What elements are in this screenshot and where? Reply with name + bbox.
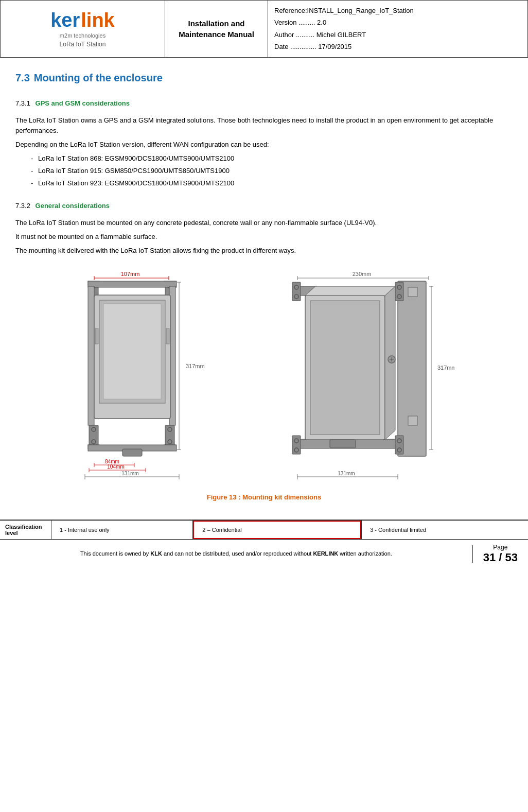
svg-rect-78 <box>330 440 356 448</box>
sub2-para2: It must not be mounted on a flammable su… <box>15 232 513 243</box>
subsection-7-3-2-title: 7.3.2 General considerations <box>15 202 513 210</box>
svg-text:317mm: 317mm <box>186 363 205 369</box>
svg-rect-51 <box>408 287 417 297</box>
footer-classification-row: Classification level 1 - Internal use on… <box>0 521 528 540</box>
sub2-para3: The mounting kit delivered with the LoRa… <box>15 246 513 256</box>
subsection-7-3-1-label: GPS and GSM considerations <box>36 99 130 107</box>
logo-m2m-text: m2m technologies <box>60 32 105 39</box>
classification-3: 3 - Confidential limited <box>361 521 528 539</box>
bullet-868: LoRa IoT Station 868: EGSM900/DCS1800/UM… <box>31 153 513 164</box>
doc-meta: Reference:INSTALL_Long_Range_IoT_Station… <box>268 1 527 57</box>
svg-rect-18 <box>95 329 98 344</box>
logo: kerlink <box>50 9 115 31</box>
page-footer: Classification level 1 - Internal use on… <box>0 520 528 568</box>
svg-text:131mm: 131mm <box>121 471 138 476</box>
svg-rect-21 <box>165 425 174 446</box>
section-number: 7.3 <box>15 72 30 84</box>
svg-rect-29 <box>122 449 142 456</box>
diagram-right: 230mm <box>264 267 454 483</box>
sub1-para1: The LoRa IoT Station owns a GPS and a GS… <box>15 115 513 137</box>
svg-text:230mm: 230mm <box>353 271 372 277</box>
logo-ker: ker <box>50 9 80 31</box>
svg-rect-13 <box>88 286 94 425</box>
subsection-7-3-2-label: General considerations <box>36 202 110 210</box>
footer-bottom-row: This document is owned by KLK and can no… <box>0 540 528 568</box>
footer-kerlink: KERLINK <box>313 550 338 557</box>
svg-text:317mm: 317mm <box>437 365 454 371</box>
svg-rect-52 <box>408 416 417 425</box>
svg-rect-12 <box>88 281 177 287</box>
meta-author: Author .......... Michel GILBERT <box>274 29 521 41</box>
footer-page: Page 31 / 53 <box>473 540 528 568</box>
meta-reference: Reference:INSTALL_Long_Range_IoT_Station <box>274 5 521 16</box>
subsection-7-3-2-num: 7.3.2 <box>15 202 30 210</box>
classification-label: Classification level <box>0 521 51 539</box>
footer-page-number: 31 / 53 <box>483 551 518 564</box>
svg-rect-68 <box>310 301 380 435</box>
sub1-para2: Depending on the LoRa IoT Station versio… <box>15 140 513 150</box>
footer-doc-notice: This document is owned by KLK and can no… <box>0 545 473 563</box>
subsection-7-3-1-num: 7.3.1 <box>15 99 30 107</box>
bullet-923: LoRa IoT Station 923: EGSM900/DCS1800/UM… <box>31 178 513 189</box>
meta-version: Version ......... 2.0 <box>274 16 521 28</box>
section-heading: 7.3 Mounting of the enclosure <box>15 68 513 92</box>
bullet-915: LoRa IoT Station 915: GSM850/PCS1900/UMT… <box>31 166 513 177</box>
main-content: 7.3 Mounting of the enclosure 7.3.1 GPS … <box>0 58 528 520</box>
svg-rect-20 <box>89 425 98 446</box>
footer-page-label: Page <box>483 544 518 551</box>
figure-caption: Figure 13 : Mounting kit dimensions <box>15 493 513 501</box>
subsection-7-3-1-title: 7.3.1 GPS and GSM considerations <box>15 99 513 107</box>
sub2-para1: The LoRa IoT Station must be mounted on … <box>15 218 513 229</box>
classification-2: 2 – Confidential <box>193 521 361 539</box>
logo-lora-text: LoRa IoT Station <box>60 41 106 48</box>
svg-rect-19 <box>166 329 169 344</box>
meta-date: Date .............. 17/09/2015 <box>274 41 521 53</box>
footer-text-1: This document is owned by <box>80 550 149 557</box>
sub1-bullet-list: LoRa IoT Station 868: EGSM900/DCS1800/UM… <box>31 153 513 188</box>
page-header: kerlink m2m technologies LoRa IoT Statio… <box>0 0 528 58</box>
footer-klk: KLK <box>150 550 162 557</box>
diagram-area: 107mm <box>15 267 513 483</box>
svg-text:104mm: 104mm <box>107 464 124 470</box>
logo-section: kerlink m2m technologies LoRa IoT Statio… <box>1 1 165 57</box>
svg-rect-50 <box>398 281 426 456</box>
svg-marker-70 <box>305 286 395 296</box>
svg-text:107mm: 107mm <box>121 271 140 277</box>
doc-title: Installation and Maintenance Manual <box>165 1 268 57</box>
diagram-left: 107mm <box>74 267 243 483</box>
svg-rect-17 <box>103 304 161 399</box>
classification-1: 1 - Internal use only <box>51 521 193 539</box>
svg-text:131mm: 131mm <box>338 471 355 476</box>
footer-text-2: and can not be distributed, used and/or … <box>164 550 311 557</box>
footer-text-3: written authorization. <box>340 550 392 557</box>
logo-link: link <box>81 9 114 31</box>
section-title: Mounting of the enclosure <box>34 72 163 84</box>
